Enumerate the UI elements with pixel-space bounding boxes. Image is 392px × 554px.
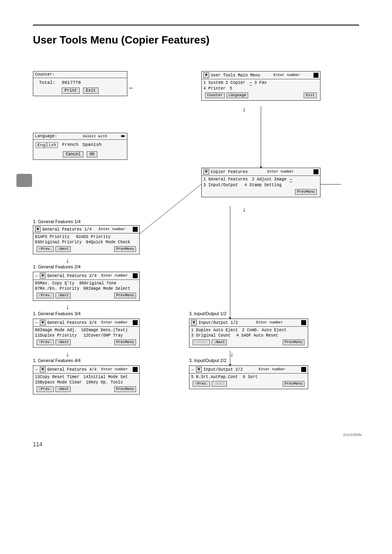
gf34-label: 1. General Features 3/4 [33, 311, 81, 316]
gf14-icon: ▣ [35, 226, 41, 232]
gf14-r2c1: 03Original Priority [35, 240, 82, 245]
spanish-option[interactable]: Spanish [83, 142, 101, 148]
arrow-copier-down: ↓ [242, 206, 246, 213]
copier-enter-number: Enter number [267, 170, 294, 174]
gf44-r2c2: 16Key Op. Tools [86, 380, 123, 385]
gf34-enter-num-box [133, 320, 138, 325]
main-item2: 2 Copier [226, 81, 245, 85]
io22-enter-num: Enter number [259, 367, 286, 372]
io12-prev-button[interactable]: ↑Prev. [193, 339, 210, 345]
main-item3: 3 Fax [254, 81, 267, 85]
io12-next-button[interactable]: ↓Next [212, 339, 227, 345]
gf34-prevmenu-button[interactable]: PrevMenu [114, 339, 136, 345]
user-tools-main-screen: ▣ User Tools Main Menu Enter number 1 Sy… [201, 71, 321, 101]
english-option[interactable]: English [36, 142, 58, 148]
gf24-r1c2: 06Original Tone [79, 281, 116, 286]
gf24-r2c2: 08Image Mode Select [83, 286, 130, 291]
gf34-r1c2: 10Image Dens.(Text) [81, 328, 128, 332]
arrow-main-down: ↓ [242, 106, 246, 113]
main-enter-num-box [314, 73, 318, 78]
gf44-enter-num: Enter number [101, 367, 128, 372]
main-menu-title: User Tools Main Menu [211, 73, 260, 78]
gf24-arrow: → [35, 274, 37, 278]
gf44-r2c1: 15Bypass Mode Clear [35, 380, 82, 385]
arrow-counter-to-main: ← [128, 84, 135, 92]
main-item2-dash: — [249, 81, 252, 85]
copier-item4: 4 Stamp Setting [244, 183, 281, 187]
gf24-r1c1: 05Max. Copy Q'ty [35, 281, 74, 286]
counter-screen: Counter: Total: 0017778 Print Exit [33, 71, 127, 96]
io22-next-button[interactable]: ↓Next [212, 381, 227, 387]
select-label: Select with [83, 134, 107, 138]
gf14-next-button[interactable]: ↓Next [55, 246, 71, 252]
io12-icon: ▣ [191, 320, 197, 325]
io22-prev-button[interactable]: ↑Prev. [193, 381, 210, 387]
gf34-enter-num: Enter number [101, 321, 128, 325]
ok-button[interactable]: OK [87, 151, 97, 157]
io12-prevmenu-button[interactable]: PrevMenu [283, 339, 304, 345]
gf34-r2c1: 11Duplex Priority [35, 333, 77, 338]
page-number: 114 [33, 441, 359, 448]
gf34-arrow: → [35, 321, 37, 325]
gf34-prev-button[interactable]: ↑Prev. [37, 339, 54, 345]
io12-title: Input/Output 1/2 [198, 321, 238, 325]
copier-features-screen: ▣ Copier Features Enter number 1 General… [201, 168, 321, 197]
french-option[interactable]: French [62, 142, 78, 148]
main-item5: 5 [230, 86, 232, 91]
copier-item2: 2 Adjust Image [252, 177, 286, 182]
gf44-r1c1: 13Copy Reset Timer [35, 375, 79, 379]
gf14-prevmenu-button[interactable]: PrevMenu [114, 246, 136, 252]
watermark: ZAAX050N [343, 433, 362, 437]
language-screen: Language: Select with ◄► English French … [33, 133, 127, 160]
gf44-arrow: → [35, 367, 37, 372]
io12-r1c1: 1 Duplex Auto Eject [191, 328, 238, 332]
main-item1: 1 System [203, 81, 223, 85]
language-label: Language: [35, 134, 57, 138]
arrow-gf34-down: ↓ [66, 351, 69, 358]
gf34-next-button[interactable]: ↓Next [55, 339, 71, 345]
exit-button-main[interactable]: Exit [304, 92, 317, 98]
page-title: User Tools Menu (Copier Features) [33, 34, 359, 46]
gf44-r1c2: 14Initial Mode Set [83, 375, 128, 379]
gf24-icon: ▣ [40, 273, 46, 279]
main-enter-number: Enter number [274, 73, 300, 77]
gray-box [16, 174, 32, 187]
arrow-io12-down: ↓ [230, 351, 233, 358]
language-button[interactable]: Language [226, 92, 248, 98]
gf44-prevmenu-button[interactable]: PrevMenu [114, 386, 136, 392]
gf44-icon: ▣ [40, 367, 46, 372]
gf24-prevmenu-button[interactable]: PrevMenu [114, 293, 136, 298]
copier-title: Copier Features [211, 170, 248, 174]
arrow-gf14-down: ↓ [66, 257, 69, 264]
gf14-enter-num: Enter number [99, 227, 126, 231]
gf34-screen: → ▣ General Features 3/4 Enter number 09… [33, 319, 140, 348]
io12-r2c2: 4 SADF Auto Reset [236, 333, 278, 338]
gf24-label: 1. General Features 2/4 [33, 264, 81, 269]
gf14-enter-num-box [133, 227, 138, 232]
print-button[interactable]: Print [62, 88, 80, 94]
gf44-next-button[interactable]: ↓Next [55, 386, 71, 392]
counter-button[interactable]: Counter [205, 92, 225, 98]
gf44-title: General Features 4/4 [47, 367, 97, 372]
io12-enter-num-box [301, 320, 306, 325]
gf24-prev-button[interactable]: ↑Prev. [37, 293, 54, 298]
exit-button-counter[interactable]: Exit [83, 88, 99, 94]
gf34-r1c1: 09Image Mode Adj. [35, 328, 77, 332]
gf44-prev-button[interactable]: ↑Prev. [37, 386, 54, 392]
gf14-prev-button[interactable]: ↑Prev. [37, 246, 54, 252]
gf24-next-button[interactable]: ↓Next [55, 293, 71, 298]
io12-label: 3. Input/Output 1/2 [189, 311, 226, 316]
gf14-r1c2: 02ADS Priority [76, 235, 111, 239]
io22-prevmenu-button[interactable]: PrevMenu [283, 381, 304, 387]
io22-r1c2: 6 Sort [243, 375, 258, 379]
line-copier-right [321, 184, 341, 185]
io12-screen: ▣ Input/Output 1/2 Enter number 1 Duplex… [189, 319, 308, 348]
svg-line-1 [140, 184, 201, 234]
cancel-button[interactable]: Cancel [63, 151, 83, 157]
gf24-title: General Features 2/4 [47, 274, 97, 278]
copier-icon: ▣ [203, 169, 209, 175]
io22-screen: → ▣ Input/Output 2/2 Enter number 5 R.Sr… [189, 365, 308, 389]
io22-enter-num-box [301, 367, 306, 372]
copier-prevmenu-button[interactable]: PrevMenu [295, 189, 317, 195]
gf14-screen: ▣ General Features 1/4 Enter number 01AP… [33, 225, 140, 254]
